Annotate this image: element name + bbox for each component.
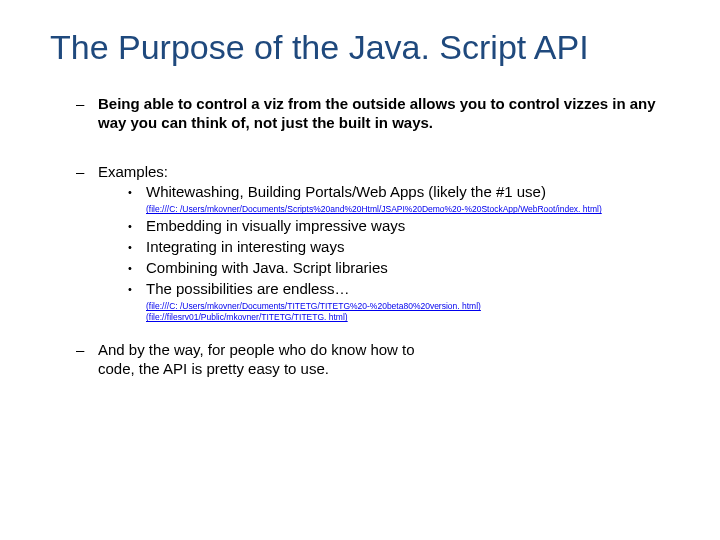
bullet-icon: • — [128, 280, 146, 299]
bullet-text: The possibilities are endless… — [146, 280, 672, 299]
link-line: (file:///C: /Users/mkovner/Documents/Scr… — [146, 204, 672, 215]
link-line: (file:///C: /Users/mkovner/Documents/TIT… — [146, 301, 672, 312]
slide: The Purpose of the Java. Script API – Be… — [0, 0, 720, 540]
bullet-icon: • — [128, 183, 146, 202]
dash-icon: – — [76, 95, 98, 133]
file-link[interactable]: (file:///C: /Users/mkovner/Documents/TIT… — [146, 301, 481, 311]
bullet-level2: • Whitewashing, Building Portals/Web App… — [128, 183, 672, 202]
bullet-text: And by the way, for people who do know h… — [98, 341, 438, 379]
bullet-level2: • Integrating in interesting ways — [128, 238, 672, 257]
link-line: (file://filesrv01/Public/mkovner/TITETG/… — [146, 312, 672, 323]
bullet-level1: – Being able to control a viz from the o… — [76, 95, 672, 133]
dash-icon: – — [76, 163, 98, 182]
slide-title: The Purpose of the Java. Script API — [50, 28, 672, 67]
bullet-level2: • Combining with Java. Script libraries — [128, 259, 672, 278]
bullet-text: Whitewashing, Building Portals/Web Apps … — [146, 183, 672, 202]
bullet-text: Integrating in interesting ways — [146, 238, 672, 257]
examples-list: • Whitewashing, Building Portals/Web App… — [98, 183, 672, 323]
bullet-level2: • The possibilities are endless… — [128, 280, 672, 299]
file-link[interactable]: (file://filesrv01/Public/mkovner/TITETG/… — [146, 312, 348, 322]
bullet-icon: • — [128, 259, 146, 278]
bullet-text: Examples: — [98, 163, 672, 182]
file-link[interactable]: (file:///C: /Users/mkovner/Documents/Scr… — [146, 204, 602, 214]
dash-icon: – — [76, 341, 98, 379]
bullet-icon: • — [128, 217, 146, 236]
bullet-text: Embedding in visually impressive ways — [146, 217, 672, 236]
bullet-text: Combining with Java. Script libraries — [146, 259, 672, 278]
bullet-level1: – And by the way, for people who do know… — [76, 341, 672, 379]
bullet-level1: – Examples: — [76, 163, 672, 182]
slide-body: – Being able to control a viz from the o… — [48, 95, 672, 379]
bullet-icon: • — [128, 238, 146, 257]
bullet-level2: • Embedding in visually impressive ways — [128, 217, 672, 236]
bullet-text: Being able to control a viz from the out… — [98, 95, 672, 133]
